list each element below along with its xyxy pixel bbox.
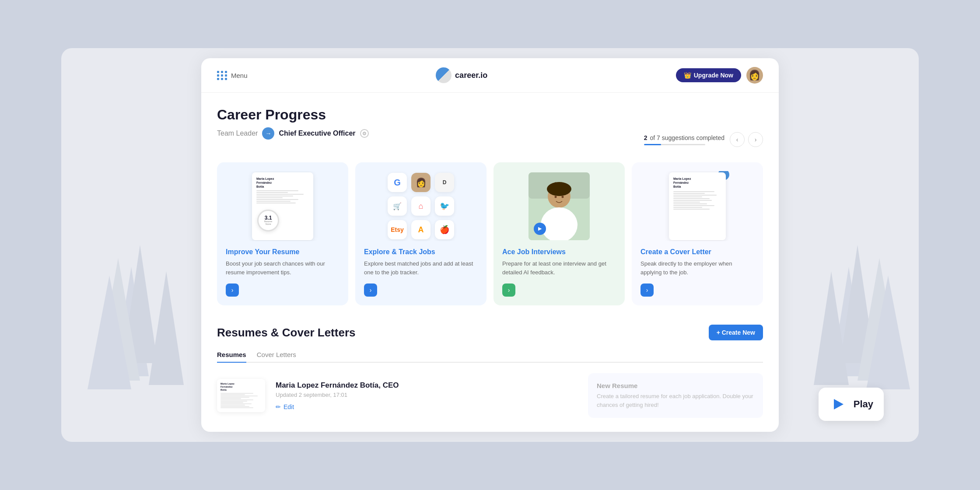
etsy-icon: Etsy [388,220,407,239]
job-icons-grid: G 👩 D 🛒 ⌂ 🐦 Etsy A 🍎 [383,171,458,241]
improve-resume-card: Maria LopezFernándezBotía [217,162,348,305]
nav-right: 👑 Upgrade Now 👩 [676,67,763,84]
resumes-title: Resumes & Cover Letters [217,326,355,340]
create-new-label: + Create New [717,329,755,336]
prev-arrow-button[interactable]: ‹ [730,132,745,147]
svg-marker-8 [866,276,910,389]
progress-fill [644,144,661,145]
suggestions-info: 2 of 7 suggestions completed ‹ › [644,132,763,147]
logo-icon [436,67,452,83]
next-arrow-button[interactable]: › [748,132,763,147]
career-progress-section: Career Progress Team Leader → Chief Exec… [217,107,763,305]
new-resume-title: New Resume [597,382,754,389]
cover-letter-mockup: Maria LopezFernándezBotía [669,172,726,240]
menu-dots-icon [217,71,228,80]
ace-interviews-card: ▶ Ace Job Interviews Prepare for at leas… [494,162,625,305]
explore-jobs-arrow-button[interactable]: › [364,284,377,297]
upgrade-button[interactable]: 👑 Upgrade Now [676,68,741,82]
google-icon: G [388,173,407,192]
interviews-card-image: ▶ [502,171,616,241]
app-container: Menu career.io 👑 Upgrade Now 👩 Career P [61,48,919,442]
ace-interviews-title: Ace Job Interviews [502,248,616,256]
logo: career.io [436,67,487,83]
from-role: Team Leader [217,130,258,137]
svg-point-16 [562,196,564,198]
tab-resumes[interactable]: Resumes [217,347,246,363]
improve-resume-desc: Boost your job search chances with our r… [226,259,340,276]
explore-jobs-card: G 👩 D 🛒 ⌂ 🐦 Etsy A 🍎 [355,162,486,305]
airbnb-icon: ⌂ [411,196,430,216]
play-button[interactable] [829,395,848,414]
logo-text: career.io [455,71,487,80]
career-progress-title: Career Progress [217,107,763,123]
amazon-icon: A [411,220,430,239]
explore-jobs-title: Explore & Track Jobs [364,248,478,256]
edit-label: Edit [284,403,294,410]
svg-point-13 [547,182,571,196]
svg-marker-2 [96,258,140,381]
interview-image: ▶ [528,172,590,240]
svg-marker-6 [840,245,875,363]
apple-icon: 🍎 [435,220,454,239]
resumes-tabs: Resumes Cover Letters [217,347,763,363]
twitter-icon: 🐦 [435,196,454,216]
svg-marker-5 [831,267,866,376]
upgrade-label: Upgrade Now [694,72,733,79]
resume-name: Maria Lopez Fernández Botía, CEO [276,381,578,390]
path-settings-icon[interactable]: ⚙ [360,129,369,138]
cover-letter-card: + Maria LopezFernándezBotía [632,162,763,305]
svg-marker-9 [814,271,849,385]
cover-letter-title: Create a Cover Letter [640,248,754,256]
new-resume-desc: Create a tailored resume for each job ap… [597,392,754,409]
resumes-section: Resumes & Cover Letters + Create New Res… [217,325,763,418]
completed-count: 2 [644,134,648,141]
edit-resume-link[interactable]: ✏ Edit [276,403,578,410]
to-role: Chief Executive Officer [279,130,355,137]
pencil-icon: ✏ [276,403,281,410]
cover-letter-arrow-button[interactable]: › [640,284,654,297]
main-content: Career Progress Team Leader → Chief Exec… [201,93,779,432]
progress-cards-row: Maria LopezFernándezBotía [217,162,763,305]
docusign-icon: D [435,173,454,192]
main-card: Menu career.io 👑 Upgrade Now 👩 Career P [201,58,779,432]
jobs-card-image: G 👩 D 🛒 ⌂ 🐦 Etsy A 🍎 [364,171,478,241]
resume-updated: Updated 2 september, 17:01 [276,392,578,398]
cover-letter-desc: Speak directly to the employer when appl… [640,259,754,276]
resume-card-image: Maria LopezFernándezBotía [226,171,340,241]
menu-button[interactable]: Menu [217,71,248,80]
path-arrow-icon: → [262,127,274,140]
ace-interviews-arrow-button[interactable]: › [502,284,515,297]
svg-point-15 [555,196,557,198]
resume-mock-lines [256,190,309,203]
progress-bar [644,144,705,145]
new-resume-card: New Resume Create a tailored resume for … [588,373,763,418]
resume-mockup: Maria LopezFernándezBotía [252,172,313,240]
svg-marker-7 [858,258,901,381]
resume-thumbnail: Maria LopezFernándezBotía [217,379,265,412]
create-new-button[interactable]: + Create New [709,325,763,340]
menu-label: Menu [231,72,248,79]
resume-score-circle: 3.1 ResumeScore [257,210,279,231]
play-label: Play [854,399,873,410]
resume-item-row: Maria LopezFernándezBotía [217,373,763,418]
svg-marker-1 [122,245,158,363]
ace-interviews-desc: Prepare for at least one interview and g… [502,259,616,276]
career-path: Team Leader → Chief Executive Officer ⚙ [217,127,369,140]
cover-letter-mock-name: Maria LopezFernándezBotía [673,177,721,189]
explore-jobs-desc: Explore best matched jobs and add at lea… [364,259,478,276]
crown-icon: 👑 [684,72,691,79]
improve-resume-arrow-button[interactable]: › [226,284,239,297]
improve-resume-title: Improve Your Resume [226,248,340,256]
play-section: Play [819,388,884,421]
resumes-header: Resumes & Cover Letters + Create New [217,325,763,340]
resume-info: Maria Lopez Fernández Botía, CEO Updated… [276,381,578,410]
svg-marker-0 [114,267,149,376]
play-video-button[interactable]: ▶ [534,223,546,235]
svg-marker-3 [88,276,131,389]
tab-cover-letters[interactable]: Cover Letters [257,347,296,363]
profile-photo-icon: 👩 [411,173,430,192]
cover-letter-card-image: + Maria LopezFernándezBotía [640,171,754,241]
user-avatar[interactable]: 👩 [746,67,763,84]
svg-marker-4 [149,271,184,385]
resume-thumb-lines [220,393,262,408]
